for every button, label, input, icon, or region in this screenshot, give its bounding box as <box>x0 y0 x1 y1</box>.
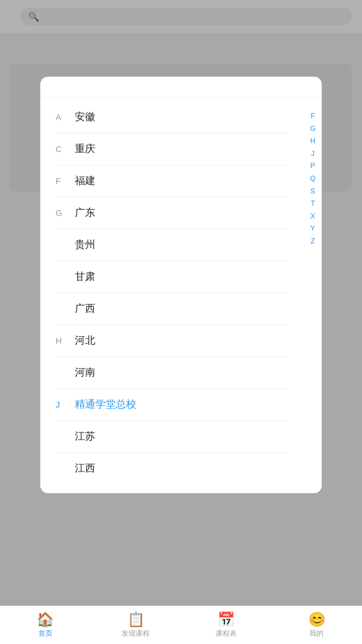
list-item[interactable]: F福建 <box>40 167 304 195</box>
schedule-nav-label: 课程表 <box>216 629 237 638</box>
discover-nav-label: 发现课程 <box>122 629 150 638</box>
alpha-index: FGHJPQSTXYZ <box>304 98 322 493</box>
list-item[interactable]: 广西 <box>40 295 304 323</box>
list-group-letter: J <box>56 400 67 410</box>
list-item-label: 河南 <box>75 366 95 379</box>
modal-body: A安徽C重庆F福建G广东贵州甘肃广西H河北河南J精通学堂总校江苏江西 FGHJP… <box>40 98 322 493</box>
list-divider <box>56 133 288 134</box>
list-group-letter: C <box>56 144 67 154</box>
list-item-label: 福建 <box>75 174 95 188</box>
list-item-label: 安徽 <box>75 111 95 124</box>
list-divider <box>56 261 288 261</box>
nav-item-home[interactable]: 🏠首页 <box>0 613 91 638</box>
mine-icon: 😊 <box>308 613 326 627</box>
list-divider <box>56 325 288 325</box>
list-item-label: 甘肃 <box>75 270 95 284</box>
list-item-label: 精通学堂总校 <box>75 398 136 411</box>
nav-item-mine[interactable]: 😊我的 <box>272 613 363 638</box>
list-divider <box>56 197 288 197</box>
list-divider <box>56 165 288 165</box>
nav-item-discover[interactable]: 📋发现课程 <box>91 613 182 638</box>
side-index-letter[interactable]: T <box>311 198 315 210</box>
list-item-label: 河北 <box>75 334 95 348</box>
list-item[interactable]: H河北 <box>40 326 304 355</box>
side-index-letter[interactable]: F <box>311 111 315 122</box>
list-item[interactable]: A安徽 <box>40 103 304 132</box>
side-index-letter[interactable]: Q <box>310 173 316 185</box>
side-index-letter[interactable]: J <box>311 148 315 160</box>
list-group-letter: A <box>56 112 67 122</box>
list-item[interactable]: 甘肃 <box>40 263 304 291</box>
side-index-letter[interactable]: G <box>310 123 316 135</box>
home-nav-label: 首页 <box>38 629 52 638</box>
list-item-label: 江苏 <box>75 430 95 443</box>
discover-icon: 📋 <box>127 613 145 627</box>
side-index-letter[interactable]: Z <box>311 236 315 247</box>
list-item-label: 广西 <box>75 302 95 316</box>
side-index-letter[interactable]: H <box>310 135 315 147</box>
list-divider <box>56 388 288 389</box>
list-group-letter: G <box>56 208 67 218</box>
list-item[interactable]: 河南 <box>40 358 304 387</box>
list-item[interactable]: 贵州 <box>40 231 304 259</box>
list-item[interactable]: C重庆 <box>40 135 304 164</box>
side-index-letter[interactable]: P <box>310 160 315 172</box>
list-divider <box>56 356 288 357</box>
list-item-label: 重庆 <box>75 142 95 156</box>
list-group-letter: F <box>56 176 67 186</box>
branch-list: A安徽C重庆F福建G广东贵州甘肃广西H河北河南J精通学堂总校江苏江西 <box>40 98 304 493</box>
list-item-label: 广东 <box>75 206 95 220</box>
list-item[interactable]: 江西 <box>40 454 304 483</box>
list-divider <box>56 229 288 229</box>
nav-item-schedule[interactable]: 📅课程表 <box>181 613 272 638</box>
bottom-navigation: 🏠首页📋发现课程📅课程表😊我的 <box>0 606 362 644</box>
modal-title <box>40 77 322 98</box>
list-divider <box>56 452 288 453</box>
list-item[interactable]: 江苏 <box>40 422 304 451</box>
schedule-icon: 📅 <box>217 613 235 627</box>
side-index-letter[interactable]: X <box>310 211 315 222</box>
side-index-letter[interactable]: S <box>310 186 315 197</box>
home-icon: 🏠 <box>36 613 54 627</box>
list-item-label: 江西 <box>75 462 95 475</box>
list-group-letter: H <box>56 336 67 346</box>
side-index-letter[interactable]: Y <box>310 223 315 234</box>
list-item[interactable]: G广东 <box>40 199 304 227</box>
branch-selection-modal: A安徽C重庆F福建G广东贵州甘肃广西H河北河南J精通学堂总校江苏江西 FGHJP… <box>40 77 322 493</box>
list-item-label: 贵州 <box>75 238 95 252</box>
list-divider <box>56 293 288 293</box>
list-divider <box>56 420 288 421</box>
list-item[interactable]: J精通学堂总校 <box>40 390 304 419</box>
mine-nav-label: 我的 <box>310 629 324 638</box>
